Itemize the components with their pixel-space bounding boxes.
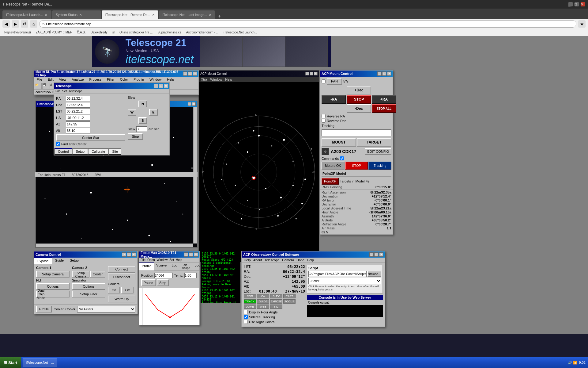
az-input[interactable] [66, 121, 90, 127]
maxim-maximize[interactable]: □ [188, 71, 192, 76]
south-button[interactable]: S [138, 117, 147, 124]
fm-menu-open[interactable]: Open [147, 258, 155, 262]
slew-rate-input[interactable] [136, 126, 147, 132]
dual-chip-btn[interactable]: DualChipMode [36, 291, 70, 297]
pan-button[interactable]: PAN [327, 78, 342, 85]
tab-3-close[interactable]: ✕ [209, 13, 211, 17]
ra-input[interactable] [66, 96, 90, 101]
maxim-menu-view[interactable]: View [58, 78, 68, 81]
refresh-btn[interactable]: ↺ [21, 20, 28, 28]
maximize-btn[interactable]: □ [575, 2, 579, 6]
tab-3[interactable]: iTelescope.Net - Last Image... ✕ [159, 10, 215, 19]
tab-0[interactable]: iTelescope.Net Launch... ✕ [2, 10, 51, 19]
connect-btn[interactable]: Connect [108, 266, 135, 273]
tab-1[interactable]: System Status ✕ [52, 10, 101, 19]
mount-button[interactable]: MOUNT [322, 138, 356, 147]
cooler-2-btn[interactable]: Cooler [90, 271, 105, 278]
acp-mount-max[interactable]: □ [382, 71, 386, 76]
tb-open[interactable]: 📂 [35, 83, 42, 89]
guide-tab[interactable]: Guide [52, 258, 67, 264]
position-input[interactable] [154, 273, 173, 278]
cam-ctrl-min[interactable]: _ [127, 252, 131, 257]
cooler-on-btn[interactable]: On [108, 287, 120, 293]
sky-menu-help[interactable]: Help [225, 78, 232, 81]
vcurve-tab[interactable]: Vcurve [154, 263, 169, 270]
acp-menu-about[interactable]: About [253, 258, 262, 262]
maxim-menu-window[interactable]: Window [148, 78, 163, 81]
new-tab-btn[interactable]: + [216, 13, 223, 19]
tab-2[interactable]: iTelescope.Net - Remote De... ✕ [102, 10, 158, 19]
acp-menu-help2[interactable]: Help [307, 258, 314, 262]
control-tab[interactable]: Control [54, 148, 72, 155]
sidereal-tracking-cb[interactable] [244, 315, 248, 319]
mount-stop-center[interactable]: STOP [347, 95, 371, 104]
fm-menu-file[interactable]: File [141, 258, 145, 262]
url-bar[interactable] [39, 20, 576, 28]
profile-btn[interactable]: Profile [36, 306, 52, 312]
tracking-button[interactable]: Tracking [368, 162, 391, 170]
sky-menu-window[interactable]: Window [210, 78, 222, 81]
acp-menu-camera[interactable]: Camera [282, 258, 294, 262]
disconnect-btn[interactable]: Disconnect [108, 274, 135, 280]
browse-button[interactable]: Browse... [367, 271, 381, 277]
maxim-menu-analyze[interactable]: Analyze [70, 78, 85, 81]
h-scrollbar[interactable] [36, 243, 193, 247]
pointxp-button[interactable]: PointXP [322, 178, 339, 185]
script-path-input[interactable] [308, 271, 367, 277]
site-tab[interactable]: Site [108, 148, 121, 155]
forward-btn[interactable]: ▶ [12, 20, 19, 28]
tab-0-close[interactable]: ✕ [45, 13, 47, 17]
pause-btn[interactable]: Pause [141, 279, 156, 286]
ha-input[interactable] [66, 115, 90, 121]
bookmark-5[interactable]: Online strategická hra ... [118, 30, 154, 35]
maxim-menu-filter[interactable]: Filter [106, 78, 115, 81]
find-after-checkbox[interactable] [56, 142, 60, 146]
filter-dropdown[interactable]: No Filters [77, 306, 135, 312]
profile-tab[interactable]: Profile [139, 263, 154, 270]
maxim-menu-plugin[interactable]: Plug-in [132, 78, 145, 81]
tel-close[interactable]: ✕ [164, 84, 168, 88]
tel-menu-set[interactable]: Set [62, 90, 67, 93]
minimize-btn[interactable]: _ [568, 2, 573, 6]
tab-1-close[interactable]: ✕ [79, 13, 82, 17]
tel-maximize[interactable]: □ [159, 84, 163, 88]
fm-menu-help[interactable]: Help [176, 258, 182, 262]
maxim-menu-help[interactable]: Help [166, 78, 175, 81]
maxim-close[interactable]: ✕ [193, 71, 197, 76]
target-button[interactable]: TARGET [357, 138, 391, 147]
acp-menu-telescope[interactable]: Telescope [264, 258, 280, 262]
focusmax-max[interactable]: □ [189, 252, 193, 257]
focusmax-close[interactable]: ✕ [194, 252, 198, 257]
use-night-colors-cb[interactable] [244, 320, 248, 324]
home-btn[interactable]: ⌂ [30, 20, 37, 28]
back-btn[interactable]: ◀ [2, 20, 10, 28]
maxim-menu-edit[interactable]: Edit [47, 78, 55, 81]
acp-mount-close[interactable]: ✕ [387, 71, 391, 76]
ra-minus-button[interactable]: -RA [322, 95, 346, 104]
telescope-tab[interactable]: TeleScope [180, 263, 193, 270]
start-button[interactable]: ⊞ Start [0, 357, 21, 368]
stop-button[interactable]: Stop [128, 133, 143, 140]
tracking-input[interactable] [322, 129, 391, 136]
edit-config-button[interactable]: EDIT CONFIG [365, 148, 391, 155]
cmd-stop-button[interactable]: STOP [345, 162, 368, 170]
stop-all-button[interactable]: STOP ALL [372, 104, 396, 113]
ra-plus-button[interactable]: +RA [372, 95, 396, 104]
tab-2-close[interactable]: ✕ [152, 13, 155, 17]
bookmark-8[interactable]: iTelescope.Net Launch... [222, 30, 259, 35]
bookmark-3[interactable]: Dalekohledy [89, 30, 109, 35]
north-button[interactable]: N [138, 101, 147, 107]
maxim-menu-process[interactable]: Process [88, 78, 103, 81]
commands-checkbox[interactable] [340, 156, 344, 160]
maxim-menu-file[interactable]: File [36, 78, 43, 81]
maxim-minimize[interactable]: _ [183, 71, 187, 76]
dec-plus-button[interactable]: +Dec [347, 86, 371, 94]
setup-filter-btn[interactable]: Setup Filter [72, 291, 105, 297]
bookmark-1[interactable]: ZÁKLADNÍ POJMY :: MEF [34, 30, 74, 35]
focus-stop-btn[interactable]: Stop [157, 279, 169, 286]
fm-menu-window[interactable]: Window [157, 258, 168, 262]
img-close[interactable]: ✕ [192, 102, 196, 106]
reverse-ra-checkbox[interactable] [322, 114, 326, 118]
setup-camera-1-btn[interactable]: Setup Camera [36, 271, 70, 278]
bookmark-4[interactable]: sl [111, 30, 116, 35]
